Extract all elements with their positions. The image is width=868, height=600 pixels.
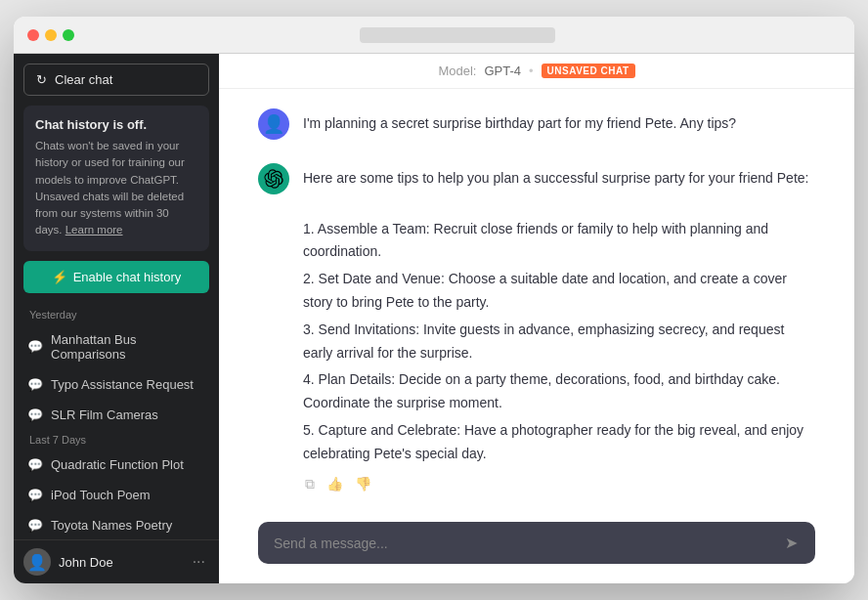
flash-icon: ⚡ <box>52 270 67 284</box>
chat-list: Yesterday 💬 Manhattan Bus Comparisons 💬 … <box>14 305 219 540</box>
chat-icon: 💬 <box>27 339 43 354</box>
chat-history-notice: Chat history is off. Chats won't be save… <box>23 106 209 251</box>
clear-chat-button[interactable]: ↻ Clear chat <box>23 64 209 96</box>
input-area: ➤ <box>219 506 854 583</box>
chat-icon: 💬 <box>27 377 43 392</box>
chat-item-label: Quadratic Function Plot <box>51 457 184 472</box>
enable-history-button[interactable]: ⚡ Enable chat history <box>23 261 209 293</box>
main-layout: ↻ Clear chat Chat history is off. Chats … <box>14 54 854 583</box>
learn-more-link[interactable]: Learn more <box>65 224 123 236</box>
chat-item-quadratic[interactable]: 💬 Quadratic Function Plot <box>20 450 213 480</box>
yesterday-label: Yesterday <box>20 305 213 324</box>
separator-dot: • <box>529 64 534 78</box>
input-box: ➤ <box>258 522 815 564</box>
user-info: 👤 John Doe <box>23 548 113 576</box>
maximize-button[interactable] <box>63 29 74 41</box>
chat-item-label: Typo Assistance Request <box>51 377 194 392</box>
assistant-message: Here are some tips to help you plan a su… <box>258 163 815 494</box>
chat-icon: 💬 <box>27 518 43 533</box>
send-button[interactable]: ➤ <box>783 532 800 554</box>
chat-icon: 💬 <box>27 488 43 502</box>
user-message-body: I'm planning a secret surprise birthday … <box>303 108 815 134</box>
clear-chat-label: Clear chat <box>55 72 112 87</box>
chat-item-label: SLR Film Cameras <box>51 407 158 422</box>
assistant-message-text: Here are some tips to help you plan a su… <box>303 167 815 466</box>
last7-label: Last 7 Days <box>20 430 213 450</box>
user-message: 👤 I'm planning a secret surprise birthda… <box>258 108 815 140</box>
chat-header: Model: GPT-4 • UNSAVED CHAT <box>219 54 854 89</box>
chat-item-ipod[interactable]: 💬 iPod Touch Poem <box>20 480 213 510</box>
chat-icon: 💬 <box>27 407 43 422</box>
user-message-text: I'm planning a secret surprise birthday … <box>303 112 815 134</box>
chat-item-toyota[interactable]: 💬 Toyota Names Poetry <box>20 510 213 540</box>
thumbs-down-button[interactable]: 👎 <box>353 474 373 494</box>
sidebar-footer: 👤 John Doe ··· <box>14 539 219 583</box>
chat-item-slr[interactable]: 💬 SLR Film Cameras <box>20 400 213 430</box>
user-name: John Doe <box>59 555 113 570</box>
app-window: ↻ Clear chat Chat history is off. Chats … <box>14 17 854 583</box>
chat-icon: 💬 <box>27 457 43 472</box>
unsaved-badge: UNSAVED CHAT <box>542 64 635 78</box>
assistant-avatar <box>258 163 289 194</box>
chat-item-label: Toyota Names Poetry <box>51 518 172 533</box>
message-input[interactable] <box>274 536 775 551</box>
chat-item-label: Manhattan Bus Comparisons <box>51 332 205 362</box>
message-actions: ⧉ 👍 👎 <box>303 474 815 494</box>
titlebar-bar <box>360 27 555 43</box>
footer-menu-button[interactable]: ··· <box>189 551 209 573</box>
avatar: 👤 <box>23 548 51 576</box>
traffic-lights <box>27 29 74 41</box>
copy-button[interactable]: ⧉ <box>303 474 317 494</box>
minimize-button[interactable] <box>45 29 57 41</box>
user-avatar: 👤 <box>258 108 289 140</box>
sidebar: ↻ Clear chat Chat history is off. Chats … <box>14 54 219 583</box>
main-content: Model: GPT-4 • UNSAVED CHAT 👤 I'm planni… <box>219 54 854 583</box>
titlebar-center <box>74 27 841 43</box>
chat-item-typo[interactable]: 💬 Typo Assistance Request <box>20 369 213 400</box>
model-label: Model: <box>438 64 476 78</box>
refresh-icon: ↻ <box>36 72 47 87</box>
thumbs-up-button[interactable]: 👍 <box>325 474 345 494</box>
sidebar-top: ↻ Clear chat Chat history is off. Chats … <box>14 54 219 305</box>
chat-item-label: iPod Touch Poem <box>51 488 151 502</box>
model-name: GPT-4 <box>484 64 521 78</box>
assistant-message-body: Here are some tips to help you plan a su… <box>303 163 815 494</box>
send-icon: ➤ <box>785 535 798 551</box>
notice-text: Chats won't be saved in your history or … <box>35 138 197 239</box>
enable-history-label: Enable chat history <box>73 270 182 284</box>
close-button[interactable] <box>27 29 39 41</box>
titlebar <box>14 17 854 54</box>
notice-title: Chat history is off. <box>35 117 197 132</box>
chat-item-manhattan[interactable]: 💬 Manhattan Bus Comparisons <box>20 324 213 369</box>
messages-area: 👤 I'm planning a secret surprise birthda… <box>219 89 854 506</box>
